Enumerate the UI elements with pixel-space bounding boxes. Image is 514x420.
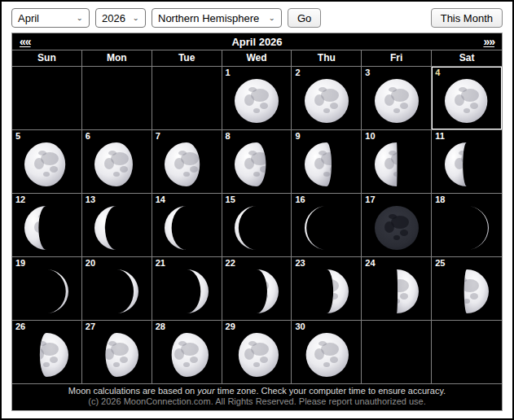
footer-disclaimer-emphasis: your — [197, 386, 214, 396]
empty-day-cell — [12, 67, 82, 130]
day-number: 10 — [365, 131, 375, 141]
day-cell-22: 22 — [222, 257, 292, 321]
moon-phase-image-waxing-gibbous — [233, 77, 280, 125]
day-number: 5 — [15, 131, 20, 141]
day-number: 16 — [295, 195, 305, 204]
footer-disclaimer-text: time zone. Check your computer time to e… — [215, 386, 446, 396]
day-of-week-header-mon: Mon — [82, 50, 152, 66]
day-cell-4: 4 — [432, 67, 502, 130]
moon-phase-image-waxing-gibbous — [443, 268, 490, 315]
day-number: 25 — [435, 258, 445, 268]
hemisphere-select[interactable]: Northern Hemisphere ⌄ — [152, 8, 282, 28]
moon-phase-image-waning-gibbous — [163, 141, 210, 188]
day-cell-8: 8 — [222, 130, 292, 194]
this-month-button[interactable]: This Month — [431, 8, 503, 28]
day-cell-18: 18 — [432, 194, 502, 257]
moon-phase-image-waxing-crescent — [23, 268, 70, 315]
moon-phase-image-waning-crescent — [23, 204, 70, 252]
footer-disclaimer: Moon calculations are based on your time… — [12, 386, 502, 396]
day-cell-5: 5 — [12, 130, 82, 194]
year-select[interactable]: 2026 ⌄ — [95, 8, 146, 28]
day-number: 26 — [15, 322, 25, 331]
hemisphere-select-value: Northern Hemisphere — [158, 12, 259, 24]
chevron-down-icon: ⌄ — [269, 15, 275, 22]
day-cell-17: 17 — [362, 194, 432, 257]
calendar-title: April 2026 — [31, 36, 484, 48]
day-number: 19 — [15, 258, 25, 268]
day-number: 1 — [226, 68, 231, 77]
day-number: 12 — [15, 195, 25, 204]
day-of-week-header-tue: Tue — [152, 50, 222, 66]
day-number: 13 — [86, 195, 95, 204]
month-select[interactable]: April ⌄ — [11, 8, 90, 28]
day-number: 3 — [365, 68, 370, 77]
day-cell-29: 29 — [222, 321, 292, 384]
month-select-value: April — [18, 12, 39, 24]
day-cell-26: 26 — [12, 321, 82, 384]
day-cell-30: 30 — [292, 321, 362, 384]
moon-phase-image-waning-gibbous — [233, 141, 280, 188]
day-number: 24 — [365, 258, 375, 268]
day-cell-3: 3 — [362, 67, 432, 130]
moon-phase-image-waning-crescent — [233, 204, 280, 252]
moon-phase-image-first-quarter — [373, 268, 420, 315]
day-cell-11: 11 — [432, 130, 502, 194]
moon-phase-image-waning-gibbous — [23, 141, 70, 188]
moon-phase-image-third-quarter — [373, 141, 420, 188]
moon-calendar-page: April ⌄ 2026 ⌄ Northern Hemisphere ⌄ Go … — [0, 0, 514, 420]
day-number: 20 — [86, 258, 95, 268]
day-of-week-header-thu: Thu — [292, 50, 362, 66]
moon-phase-image-new-moon — [373, 204, 420, 252]
footer-disclaimer-text: Moon calculations are based on — [68, 386, 197, 396]
day-cell-13: 13 — [82, 194, 152, 257]
moon-phase-image-waxing-crescent — [233, 268, 280, 315]
day-cell-9: 9 — [292, 130, 362, 194]
moon-phase-image-waning-crescent — [93, 204, 140, 252]
moon-phase-image-waxing-crescent — [163, 268, 210, 315]
day-cell-15: 15 — [222, 194, 292, 257]
day-cell-1: 1 — [222, 67, 292, 130]
day-number: 21 — [156, 258, 165, 268]
day-of-week-header-sat: Sat — [432, 50, 502, 66]
day-cell-12: 12 — [12, 194, 82, 257]
day-number: 30 — [295, 322, 305, 331]
day-number: 4 — [435, 68, 440, 77]
day-number: 29 — [226, 322, 235, 331]
day-cell-25: 25 — [432, 257, 502, 321]
moon-phase-image-waning-gibbous — [443, 77, 490, 125]
moon-phase-image-waxing-crescent — [303, 268, 350, 315]
moon-phase-image-waxing-gibbous — [233, 331, 280, 378]
moon-phase-image-waning-crescent — [443, 141, 490, 188]
day-cell-19: 19 — [12, 257, 82, 321]
day-cell-6: 6 — [82, 130, 152, 194]
calendar-grid: 1234567891011121314151617181920212223242… — [12, 67, 502, 384]
next-month-link[interactable]: »» — [483, 36, 494, 47]
day-number: 7 — [156, 131, 160, 141]
day-cell-28: 28 — [152, 321, 222, 384]
day-cell-21: 21 — [152, 257, 222, 321]
empty-day-cell — [362, 321, 432, 384]
day-number: 17 — [365, 195, 375, 204]
day-of-week-header-fri: Fri — [362, 50, 432, 66]
moon-phase-image-waxing-gibbous — [303, 331, 350, 378]
day-cell-23: 23 — [292, 257, 362, 321]
go-button[interactable]: Go — [288, 8, 321, 28]
moon-phase-image-waning-gibbous — [373, 77, 420, 125]
year-select-value: 2026 — [102, 12, 125, 24]
calendar-footer: Moon calculations are based on your time… — [12, 384, 502, 410]
day-cell-7: 7 — [152, 130, 222, 194]
previous-month-link[interactable]: «« — [20, 36, 31, 47]
day-number: 23 — [295, 258, 305, 268]
day-number: 6 — [86, 131, 90, 141]
day-number: 8 — [226, 131, 231, 141]
moon-phase-image-waning-gibbous — [93, 141, 140, 188]
day-number: 22 — [226, 258, 235, 268]
day-cell-10: 10 — [362, 130, 432, 194]
day-number: 27 — [86, 322, 95, 331]
day-number: 28 — [156, 322, 165, 331]
day-cell-27: 27 — [82, 321, 152, 384]
moon-phase-image-waxing-crescent — [93, 268, 140, 315]
day-of-week-header-wed: Wed — [222, 50, 292, 66]
calendar-title-row: «« April 2026 »» — [12, 33, 502, 50]
day-of-week-header-sun: Sun — [12, 50, 82, 66]
